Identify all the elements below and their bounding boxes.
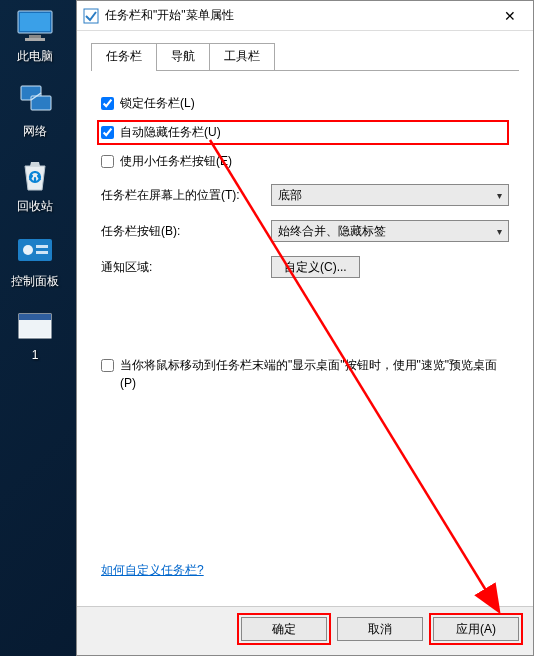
desktop: 此电脑 网络 回收站 (0, 0, 76, 656)
svg-point-8 (23, 245, 33, 255)
cancel-button[interactable]: 取消 (337, 617, 423, 641)
buttons-mode-row: 任务栏按钮(B): 始终合并、隐藏标签 ▾ (101, 220, 509, 242)
svg-rect-12 (19, 314, 51, 320)
customize-button-label: 自定义(C)... (284, 259, 347, 276)
titlebar: 任务栏和"开始"菜单属性 ✕ (77, 1, 533, 31)
pc-icon (14, 8, 56, 44)
chevron-down-icon: ▾ (497, 190, 502, 201)
tab-label: 任务栏 (106, 49, 142, 63)
dialog-button-row: 确定 取消 应用(A) (77, 606, 533, 655)
window-thumb-icon (14, 308, 56, 344)
apply-button-label: 应用(A) (456, 621, 496, 638)
lock-taskbar-checkbox[interactable] (101, 97, 114, 110)
tab-navigation[interactable]: 导航 (156, 43, 210, 70)
tab-toolbars[interactable]: 工具栏 (209, 43, 275, 70)
desktop-icon-folder-1[interactable]: 1 (0, 308, 70, 362)
tab-strip: 任务栏 导航 工具栏 (91, 43, 519, 71)
position-row: 任务栏在屏幕上的位置(T): 底部 ▾ (101, 184, 509, 206)
ok-button[interactable]: 确定 (241, 617, 327, 641)
close-button[interactable]: ✕ (487, 1, 533, 31)
position-value: 底部 (278, 187, 302, 204)
tab-taskbar[interactable]: 任务栏 (91, 43, 157, 70)
dialog-title: 任务栏和"开始"菜单属性 (105, 7, 487, 24)
taskbar-properties-dialog: 任务栏和"开始"菜单属性 ✕ 任务栏 导航 工具栏 锁定任务栏(L) 自动隐藏任… (76, 0, 534, 656)
svg-rect-10 (36, 251, 48, 254)
control-panel-icon (14, 233, 56, 269)
dialog-body: 任务栏 导航 工具栏 锁定任务栏(L) 自动隐藏任务栏(U) 使用小任务栏按钮(… (77, 31, 533, 606)
lock-taskbar-row[interactable]: 锁定任务栏(L) (101, 95, 509, 112)
tab-label: 工具栏 (224, 49, 260, 63)
peek-checkbox[interactable] (101, 359, 114, 372)
cancel-button-label: 取消 (368, 621, 392, 638)
chevron-down-icon: ▾ (497, 226, 502, 237)
small-buttons-row[interactable]: 使用小任务栏按钮(E) (101, 153, 509, 170)
desktop-icon-label: 控制面板 (0, 273, 70, 290)
small-buttons-checkbox[interactable] (101, 155, 114, 168)
customize-button[interactable]: 自定义(C)... (271, 256, 360, 278)
taskbar-props-icon (83, 8, 99, 24)
desktop-icon-network[interactable]: 网络 (0, 83, 70, 140)
ok-button-label: 确定 (272, 621, 296, 638)
buttons-mode-combo[interactable]: 始终合并、隐藏标签 ▾ (271, 220, 509, 242)
desktop-icon-this-pc[interactable]: 此电脑 (0, 8, 70, 65)
tab-label: 导航 (171, 49, 195, 63)
peek-row[interactable]: 当你将鼠标移动到任务栏末端的"显示桌面"按钮时，使用"速览"预览桌面(P) (101, 356, 509, 392)
svg-rect-2 (29, 35, 41, 38)
desktop-icon-label: 1 (0, 348, 70, 362)
auto-hide-row[interactable]: 自动隐藏任务栏(U) (97, 120, 509, 145)
form-area: 锁定任务栏(L) 自动隐藏任务栏(U) 使用小任务栏按钮(E) 任务栏在屏幕上的… (91, 87, 519, 606)
auto-hide-label: 自动隐藏任务栏(U) (120, 124, 221, 141)
buttons-mode-label: 任务栏按钮(B): (101, 223, 271, 240)
close-icon: ✕ (504, 8, 516, 24)
apply-button[interactable]: 应用(A) (433, 617, 519, 641)
lock-taskbar-label: 锁定任务栏(L) (120, 95, 195, 112)
svg-rect-1 (20, 13, 50, 31)
peek-label: 当你将鼠标移动到任务栏末端的"显示桌面"按钮时，使用"速览"预览桌面(P) (120, 356, 509, 392)
small-buttons-label: 使用小任务栏按钮(E) (120, 153, 232, 170)
desktop-icon-label: 回收站 (0, 198, 70, 215)
help-link[interactable]: 如何自定义任务栏? (101, 563, 204, 577)
position-label: 任务栏在屏幕上的位置(T): (101, 187, 271, 204)
recycle-bin-icon (14, 158, 56, 194)
svg-rect-9 (36, 245, 48, 248)
desktop-icon-label: 网络 (0, 123, 70, 140)
position-combo[interactable]: 底部 ▾ (271, 184, 509, 206)
buttons-mode-value: 始终合并、隐藏标签 (278, 223, 386, 240)
desktop-icon-control-panel[interactable]: 控制面板 (0, 233, 70, 290)
desktop-icon-recycle-bin[interactable]: 回收站 (0, 158, 70, 215)
desktop-icon-label: 此电脑 (0, 48, 70, 65)
svg-rect-3 (25, 38, 45, 41)
notify-area-label: 通知区域: (101, 259, 271, 276)
auto-hide-checkbox[interactable] (101, 126, 114, 139)
network-icon (14, 83, 56, 119)
notify-area-row: 通知区域: 自定义(C)... (101, 256, 509, 278)
